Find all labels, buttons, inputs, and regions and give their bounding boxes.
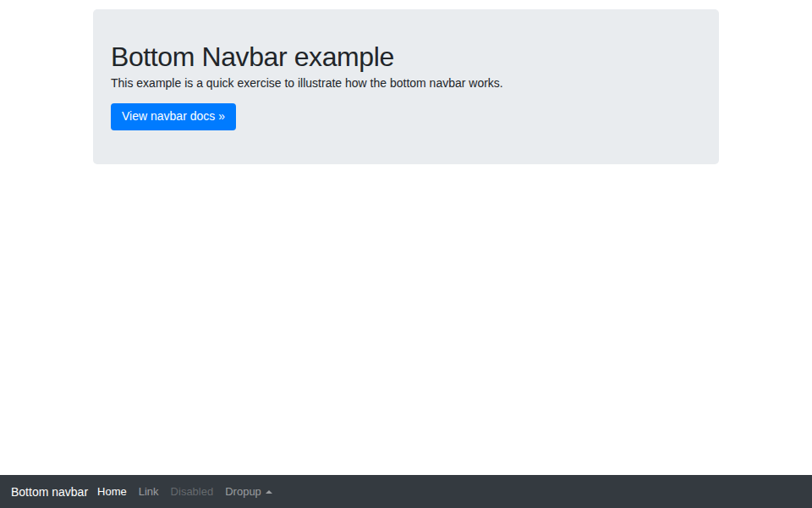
bottom-navbar: Bottom navbar Home Link Disabled Dropup bbox=[0, 475, 812, 508]
nav-item-link: Link bbox=[133, 475, 165, 508]
page-description: This example is a quick exercise to illu… bbox=[111, 75, 701, 92]
view-navbar-docs-button[interactable]: View navbar docs » bbox=[111, 103, 236, 130]
nav-link-home[interactable]: Home bbox=[91, 475, 133, 508]
page-title: Bottom Navbar example bbox=[111, 41, 701, 73]
navbar-brand[interactable]: Bottom navbar bbox=[11, 485, 88, 499]
nav-link-dropup[interactable]: Dropup bbox=[219, 475, 278, 508]
nav-item-home: Home bbox=[91, 475, 133, 508]
nav-item-disabled: Disabled bbox=[165, 475, 220, 508]
main-content: Bottom Navbar example This example is a … bbox=[93, 9, 719, 164]
nav-link-dropup-label: Dropup bbox=[225, 485, 261, 498]
jumbotron: Bottom Navbar example This example is a … bbox=[93, 9, 719, 164]
caret-up-icon bbox=[266, 490, 272, 494]
nav-link-disabled: Disabled bbox=[165, 475, 220, 508]
nav-item-dropup: Dropup bbox=[219, 475, 278, 508]
navbar-nav: Home Link Disabled Dropup bbox=[91, 475, 278, 508]
nav-link-link[interactable]: Link bbox=[133, 475, 165, 508]
